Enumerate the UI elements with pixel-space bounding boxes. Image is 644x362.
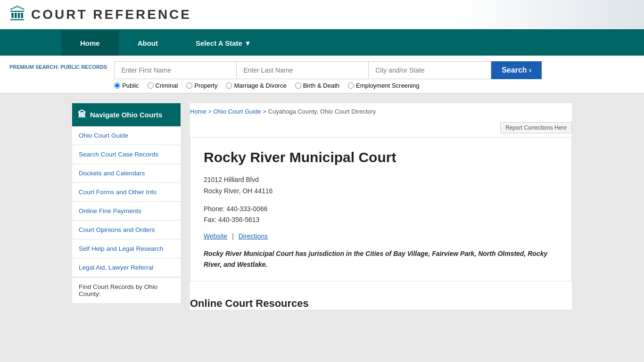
court-jurisdiction: Rocky River Municipal Court has jurisdic… [204,248,558,270]
sidebar: 🏛 Navigate Ohio Courts Ohio Court Guide … [72,103,181,310]
sidebar-header-icon: 🏛 [78,110,86,120]
court-address-line1: 21012 Hilliard Blvd [204,174,558,186]
online-resources-heading: Online Court Resources [190,293,572,310]
sidebar-item-court-forms[interactable]: Court Forms and Other Info [72,183,181,202]
content-area: Home > Ohio Court Guide > Cuyahoga Count… [190,103,572,310]
page-header: 🏛 COURT REFERENCE [0,0,644,31]
premium-label: PREMIUM SEARCH: PUBLIC RECORDS [9,64,107,70]
report-corrections-wrapper: Report Corrections Here [190,122,572,133]
logo[interactable]: 🏛 COURT REFERENCE [9,5,191,25]
sidebar-item-court-opinions[interactable]: Court Opinions and Orders [72,221,181,239]
nav-item-select-state[interactable]: Select A State ▼ [177,31,270,56]
court-directions-link[interactable]: Directions [239,232,268,240]
sidebar-item-legal-aid[interactable]: Legal Aid, Lawyer Referral [72,258,181,277]
breadcrumb: Home > Ohio Court Guide > Cuyahoga Count… [190,103,572,122]
nav-item-about[interactable]: About [119,31,177,56]
main-content: 🏛 Navigate Ohio Courts Ohio Court Guide … [63,103,581,310]
court-links: Website | Directions [204,232,558,240]
search-radio-group: Public Criminal Property Marriage & Divo… [114,82,635,89]
court-fax-number: Fax: 440-356-5613 [204,214,558,226]
search-inputs: Search › Public Criminal Property Marria… [114,61,635,89]
first-name-input[interactable] [114,61,237,79]
radio-employment[interactable]: Employment Screening [348,82,419,89]
search-fields: Search › [114,61,635,79]
radio-public[interactable]: Public [114,82,139,89]
court-card: Rocky River Municipal Court 21012 Hillia… [190,137,572,281]
main-nav: Home About Select A State ▼ [0,31,644,56]
sidebar-item-ohio-court-guide[interactable]: Ohio Court Guide [72,126,181,145]
sidebar-item-search-case-records[interactable]: Search Court Case Records [72,145,181,164]
search-button[interactable]: Search › [491,61,542,79]
search-bar: PREMIUM SEARCH: PUBLIC RECORDS Search › … [0,56,644,94]
breadcrumb-home[interactable]: Home [190,108,206,115]
nav-item-home[interactable]: Home [61,31,119,56]
sidebar-item-fine-payments[interactable]: Online Fine Payments [72,202,181,221]
radio-marriage-divorce[interactable]: Marriage & Divorce [226,82,286,89]
last-name-input[interactable] [237,61,369,79]
sidebar-item-self-help[interactable]: Self Help and Legal Research [72,239,181,258]
court-website-link[interactable]: Website [204,232,227,240]
court-name: Rocky River Municipal Court [204,149,558,166]
logo-icon: 🏛 [9,5,26,25]
sidebar-item-dockets[interactable]: Dockets and Calendars [72,164,181,183]
sidebar-header: 🏛 Navigate Ohio Courts [72,103,181,126]
report-corrections-button[interactable]: Report Corrections Here [500,122,572,133]
radio-birth-death[interactable]: Birth & Death [295,82,339,89]
court-address: 21012 Hilliard Blvd Rocky River, OH 4411… [204,174,558,197]
sidebar-bottom-text: Find Court Records by Ohio County: [72,277,181,303]
city-state-input[interactable] [369,61,491,79]
breadcrumb-current: Cuyahoga County, Ohio Court Directory [268,108,376,115]
court-address-line2: Rocky River, OH 44116 [204,186,558,197]
court-phone: Phone: 440-333-0066 Fax: 440-356-5613 [204,204,558,226]
header-bg-decoration [455,0,644,29]
court-phone-number: Phone: 440-333-0066 [204,204,558,215]
radio-property[interactable]: Property [186,82,217,89]
sidebar-header-label: Navigate Ohio Courts [90,111,162,119]
breadcrumb-ohio-court-guide[interactable]: Ohio Court Guide [214,108,261,115]
logo-text: COURT REFERENCE [31,7,191,22]
radio-criminal[interactable]: Criminal [148,82,178,89]
